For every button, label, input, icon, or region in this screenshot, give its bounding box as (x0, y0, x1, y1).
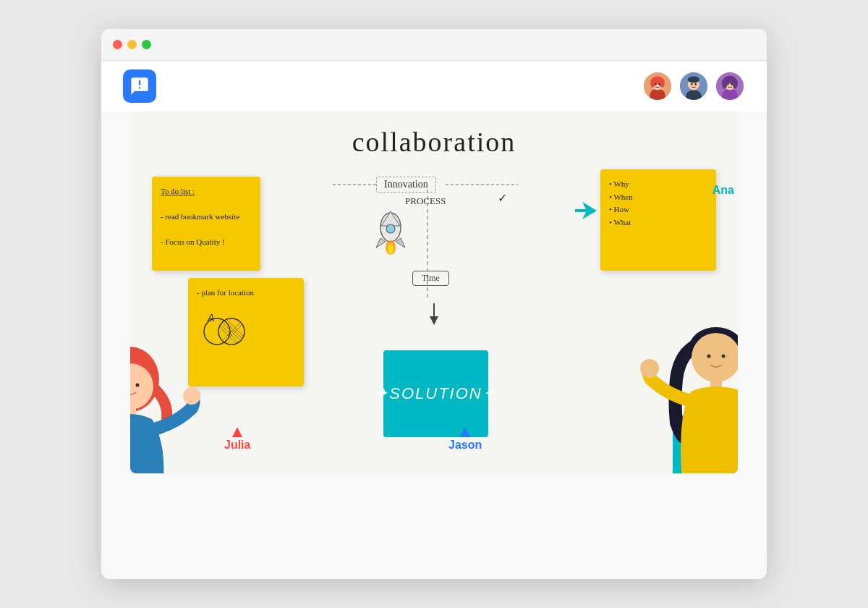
svg-point-30 (388, 244, 393, 254)
sticky-note-bullets-text: • Why • When • How • What (609, 178, 707, 229)
julia-figure (130, 336, 210, 473)
avatar-2[interactable] (678, 71, 709, 101)
svg-marker-34 (575, 202, 597, 219)
svg-point-4 (650, 78, 655, 88)
time-box: Time (412, 271, 449, 286)
svg-point-49 (136, 384, 140, 387)
svg-point-59 (640, 359, 659, 378)
svg-point-26 (386, 224, 395, 233)
svg-point-15 (722, 89, 738, 101)
avatar-3[interactable] (715, 71, 745, 101)
svg-marker-28 (396, 238, 405, 248)
svg-point-7 (658, 83, 660, 85)
ana-label: Ana (712, 184, 734, 197)
sticky-note-plan-text: - plan for location (197, 287, 295, 300)
svg-point-20 (727, 83, 729, 85)
svg-marker-33 (430, 316, 438, 325)
svg-point-19 (733, 78, 738, 88)
browser-window: collaboration Innovation PROCESS ✓ (101, 29, 767, 579)
avatar-3-image (716, 71, 744, 101)
cursor-jason: Jason (448, 427, 482, 452)
solution-text: ✦SOLUTION✦ (375, 384, 496, 403)
app-content: collaboration Innovation PROCESS ✓ (101, 61, 767, 579)
innovation-area: Innovation PROCESS ✓ (376, 177, 446, 207)
dashed-line-left (333, 184, 376, 185)
app-logo[interactable] (123, 69, 156, 103)
browser-titlebar (101, 29, 767, 61)
app-header (101, 61, 767, 111)
avatar-1[interactable] (642, 71, 673, 101)
avatar-1-image (644, 71, 671, 101)
sticky-note-todo-text: To do list : - read bookmark website - F… (161, 185, 252, 249)
jason-label: Jason (448, 439, 482, 452)
traffic-light-green[interactable] (142, 40, 151, 49)
julia-label: Julia (224, 439, 250, 452)
sticky-note-bullets: • Why • When • How • What (600, 169, 716, 271)
whiteboard-area[interactable]: collaboration Innovation PROCESS ✓ (130, 111, 738, 473)
traffic-lights (113, 40, 151, 49)
svg-point-1 (650, 89, 665, 101)
avatar-2-image (680, 71, 707, 101)
sticky-note-todo: To do list : - read bookmark website - F… (152, 177, 260, 271)
svg-point-5 (660, 78, 665, 88)
ana-cursor-arrow (575, 202, 597, 220)
svg-point-9 (686, 90, 702, 101)
solution-box: ✦SOLUTION✦ (383, 350, 488, 437)
whiteboard-title: collaboration (352, 126, 516, 158)
svg-point-6 (655, 83, 657, 85)
cursor-julia: Julia (224, 427, 250, 452)
rocket-container (365, 206, 416, 266)
rocket-icon (365, 206, 416, 263)
ana-figure (637, 314, 738, 473)
svg-marker-27 (376, 238, 386, 248)
traffic-light-yellow[interactable] (127, 40, 137, 49)
chat-icon (129, 76, 150, 96)
julia-character (130, 336, 210, 473)
svg-point-57 (722, 355, 726, 358)
svg-point-51 (183, 387, 200, 405)
svg-point-13 (694, 83, 697, 85)
svg-point-18 (722, 78, 727, 88)
svg-line-43 (211, 318, 237, 345)
traffic-light-red[interactable] (113, 40, 122, 49)
ana-character (637, 314, 738, 473)
ana-cursor (575, 202, 597, 223)
svg-point-12 (691, 83, 693, 85)
dashed-line-right (446, 184, 518, 185)
user-avatars (642, 71, 745, 101)
svg-point-56 (707, 355, 711, 358)
tick-mark: ✓ (498, 191, 507, 205)
svg-point-11 (688, 76, 699, 83)
svg-point-21 (731, 83, 733, 85)
julia-cursor-arrow (232, 427, 242, 437)
jason-cursor-arrow (460, 427, 470, 437)
arrow-down (428, 303, 440, 325)
